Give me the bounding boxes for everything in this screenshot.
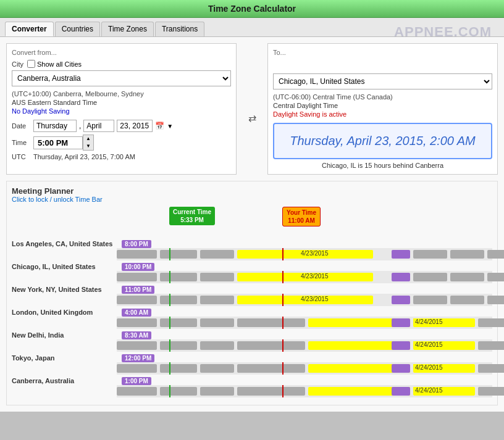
tab-timezones[interactable]: Time Zones	[101, 22, 154, 36]
content-area: Convert from... City Show all Cities Can…	[0, 37, 504, 412]
red-line-1	[282, 271, 284, 283]
result-time: Thursday, April 23, 2015, 2:00 AM	[284, 134, 481, 148]
time-input[interactable]	[33, 136, 83, 149]
green-line-1	[169, 271, 170, 283]
to-city-select[interactable]: Chicago, IL, United States	[273, 73, 492, 89]
city-name-3: London, United Kingdom	[12, 309, 117, 316]
swap-button[interactable]: ⇄	[248, 112, 256, 124]
time-badge-6: 1:00 PM	[122, 377, 151, 385]
spin-down[interactable]: ▼	[83, 143, 93, 150]
seg-4-2	[200, 341, 234, 350]
seg-4-5	[392, 341, 410, 350]
seg-2-7	[487, 296, 504, 304]
current-time-label: Current Time 5:33 PM	[169, 207, 215, 225]
green-line-4	[169, 339, 170, 352]
city-name-2: New York, NY, United States	[12, 286, 117, 293]
date-combo: , 📅 ▼	[33, 120, 173, 132]
dropdown-arrow[interactable]: ▼	[167, 123, 173, 130]
seg-4-0	[117, 341, 157, 350]
utc-label: UTC	[12, 153, 33, 160]
seg-1-2	[200, 273, 234, 281]
from-dst: No Daylight Saving	[12, 107, 231, 115]
your-time-marker: Your Time 11:00 AM	[282, 207, 321, 226]
city-name-6: Canberra, Australia	[12, 377, 117, 384]
seg-0-1	[160, 250, 197, 259]
timeline-bar-1[interactable]: 4/23/2015	[117, 271, 492, 283]
red-line-5	[282, 362, 284, 375]
date-daynum-input[interactable]	[117, 120, 153, 132]
red-line-3	[282, 317, 284, 329]
title-bar: Time Zone Calculator	[0, 0, 504, 18]
to-tz-info: (UTC-06:00) Central Time (US Canada)	[273, 93, 492, 101]
seg-3-2	[200, 318, 234, 327]
convert-to-panel: To... Chicago, IL, United States (UTC-06…	[267, 43, 498, 175]
timeline-bar-4[interactable]: 4/24/2015	[117, 339, 492, 352]
show-all-cities-checkbox[interactable]	[27, 60, 35, 68]
timeline-bar-3[interactable]: 4/24/2015	[117, 317, 492, 329]
green-line-2	[169, 294, 170, 306]
seg-5-0	[117, 364, 157, 373]
app-title: Time Zone Calculator	[208, 4, 296, 14]
city-name-1: Chicago, IL, United States	[12, 263, 117, 270]
seg-0-7	[487, 250, 504, 259]
from-city-select[interactable]: Canberra, Australia	[12, 70, 231, 86]
to-label: To...	[273, 49, 492, 56]
date-badge-1: 4/23/2015	[299, 273, 330, 280]
timeline-bar-2[interactable]: 4/23/2015	[117, 294, 492, 306]
city-row-0: Los Angeles, CA, United States8:00 PM4/2…	[12, 240, 492, 260]
calendar-icon[interactable]: 📅	[155, 122, 164, 130]
current-time-marker: Current Time 5:33 PM	[169, 207, 215, 225]
seg-6-7	[478, 387, 504, 396]
seg-5-3	[237, 364, 305, 373]
green-line-6	[169, 385, 170, 397]
time-badge-2: 11:00 PM	[122, 286, 154, 294]
seg-1-1	[160, 273, 197, 281]
spin-up[interactable]: ▲	[83, 135, 93, 143]
seg-6-0	[117, 387, 157, 396]
seg-4-3	[237, 341, 305, 350]
convert-from-panel: Convert from... City Show all Cities Can…	[6, 43, 237, 175]
meeting-planner: Meeting Planner Click to lock / unlock T…	[6, 181, 498, 405]
seg-2-5	[413, 296, 447, 304]
seg-2-2	[200, 296, 234, 304]
city-row-4: New Delhi, India8:30 AM4/24/2015	[12, 331, 492, 352]
seg-1-7	[487, 273, 504, 281]
seg-4-1	[160, 341, 197, 350]
from-label: Convert from...	[12, 49, 231, 56]
city-row-2: New York, NY, United States11:00 PM4/23/…	[12, 286, 492, 306]
utc-value: Thursday, April 23, 2015, 7:00 AM	[33, 153, 135, 160]
green-line-0	[169, 248, 170, 260]
red-line-4	[282, 339, 284, 352]
timeline-bar-5[interactable]: 4/24/2015	[117, 362, 492, 375]
seg-0-4	[392, 250, 410, 259]
date-badge-0: 4/23/2015	[299, 250, 330, 257]
mp-subtitle[interactable]: Click to lock / unlock Time Bar	[12, 196, 492, 203]
timeline-bar-0[interactable]: 4/23/2015	[117, 248, 492, 260]
show-all-cities-label: Show all Cities	[27, 60, 82, 68]
seg-6-5	[392, 387, 410, 396]
red-line-0	[282, 248, 284, 260]
time-badge-1: 10:00 PM	[122, 263, 154, 271]
your-time-label: Your Time 11:00 AM	[282, 207, 321, 226]
green-line-5	[169, 362, 170, 375]
date-month-input[interactable]	[83, 120, 114, 132]
city-name-0: Los Angeles, CA, United States	[12, 240, 117, 247]
timeline-bar-6[interactable]: 4/24/2015	[117, 385, 492, 397]
tab-countries[interactable]: Countries	[55, 22, 100, 36]
date-badge-5: 4/24/2015	[413, 364, 445, 371]
tab-converter[interactable]: Converter	[5, 22, 54, 36]
tab-transitions[interactable]: Transitions	[155, 22, 204, 36]
seg-6-2	[200, 387, 234, 396]
date-badge-2: 4/23/2015	[299, 296, 330, 302]
to-tz-name: Central Daylight Time	[273, 102, 492, 109]
seg-2-0	[117, 296, 157, 304]
swap-section: ⇄	[243, 43, 261, 175]
watermark: APPNEE.COM	[394, 24, 492, 40]
time-spinner[interactable]: ▲ ▼	[83, 135, 94, 151]
time-badge-4: 8:30 AM	[122, 331, 151, 339]
date-day-input[interactable]	[33, 120, 77, 132]
date-badge-3: 4/24/2015	[413, 318, 445, 325]
time-badge-0: 8:00 PM	[122, 240, 151, 248]
city-row-1: Chicago, IL, United States10:00 PM4/23/2…	[12, 263, 492, 283]
seg-6-1	[160, 387, 197, 396]
